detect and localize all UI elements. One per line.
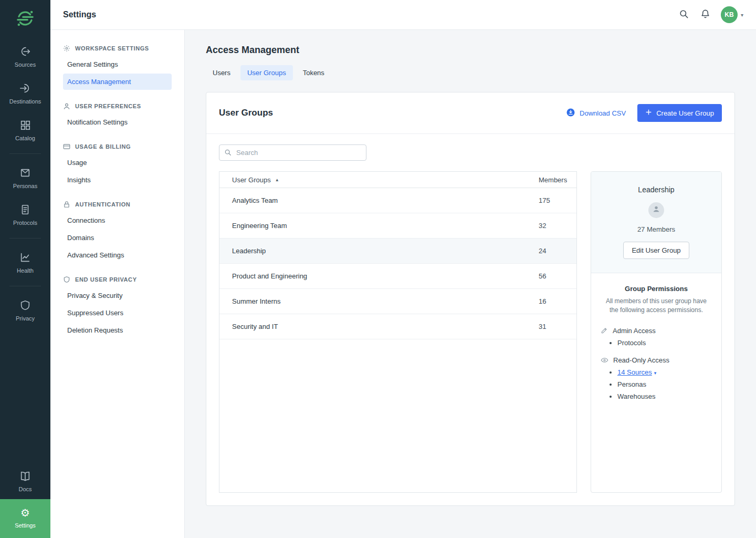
users-icon xyxy=(652,205,660,215)
group-permissions-section: Group Permissions All members of this us… xyxy=(591,273,721,421)
privacy-shield-icon xyxy=(19,299,31,311)
admin-access-list: Protocols xyxy=(601,339,712,347)
sidebar-item-docs[interactable]: Docs xyxy=(0,462,50,499)
sidebar-item-protocols[interactable]: Protocols xyxy=(0,196,50,233)
settings-nav: WORKSPACE SETTINGS General Settings Acce… xyxy=(50,30,185,538)
column-header-user-groups[interactable]: User Groups ▲ xyxy=(219,176,539,184)
permission-item: Protocols xyxy=(617,339,712,347)
search-input[interactable] xyxy=(219,144,366,161)
table-row[interactable]: Analytics Team 175 xyxy=(219,188,576,213)
table-row[interactable]: Product and Engineering 56 xyxy=(219,264,576,289)
group-name-cell: Analytics Team xyxy=(219,196,539,204)
members-count-cell: 56 xyxy=(539,272,576,280)
user-groups-card: User Groups Download CSV xyxy=(206,92,735,506)
notifications-button[interactable] xyxy=(699,8,711,22)
segment-logo-icon xyxy=(16,9,34,27)
tab-user-groups[interactable]: User Groups xyxy=(240,65,293,80)
health-chart-icon xyxy=(19,252,31,263)
readonly-access-label: Read-Only Access xyxy=(613,356,669,364)
avatar: KB xyxy=(721,6,738,23)
search-icon xyxy=(224,149,232,156)
sources-icon xyxy=(19,46,31,57)
eye-icon xyxy=(601,356,608,364)
tab-tokens[interactable]: Tokens xyxy=(296,65,331,80)
group-detail-summary: Leadership 27 Members Edit User xyxy=(591,172,721,273)
bell-icon xyxy=(700,9,710,20)
readonly-access-header: Read-Only Access xyxy=(601,356,712,364)
nav-item-general-settings[interactable]: General Settings xyxy=(63,56,172,73)
content-columns: User Groups ▲ Members Analytics Team 175 xyxy=(219,171,722,493)
table-row[interactable]: Summer Interns 16 xyxy=(219,289,576,314)
permissions-title: Group Permissions xyxy=(601,285,712,293)
sidebar-item-privacy[interactable]: Privacy xyxy=(0,292,50,328)
nav-item-domains[interactable]: Domains xyxy=(63,230,172,246)
sidebar-item-label: Destinations xyxy=(9,98,41,105)
create-user-group-button[interactable]: Create User Group xyxy=(637,104,722,122)
chevron-down-icon[interactable]: ▾ xyxy=(654,370,657,376)
nav-heading: AUTHENTICATION xyxy=(50,196,184,211)
sidebar-item-sources[interactable]: Sources xyxy=(0,38,50,75)
nav-heading: USAGE & BILLING xyxy=(50,139,184,153)
content-area: Settings KB ▾ xyxy=(50,0,756,538)
personas-icon xyxy=(19,167,31,179)
nav-heading-label: END USER PRIVACY xyxy=(75,276,137,283)
topbar-actions: KB ▾ xyxy=(678,6,743,23)
tab-users[interactable]: Users xyxy=(206,65,237,80)
table-header-row: User Groups ▲ Members xyxy=(219,172,576,188)
edit-user-group-button[interactable]: Edit User Group xyxy=(623,242,689,259)
nav-item-access-management[interactable]: Access Management xyxy=(63,74,172,90)
table-row-selected[interactable]: Leadership 24 xyxy=(219,239,576,264)
sidebar-item-personas[interactable]: Personas xyxy=(0,159,50,196)
user-groups-table: User Groups ▲ Members Analytics Team 175 xyxy=(219,171,577,493)
sidebar-item-label: Personas xyxy=(13,183,37,189)
group-name-cell: Product and Engineering xyxy=(219,272,539,280)
nav-item-privacy-security[interactable]: Privacy & Security xyxy=(63,287,172,304)
nav-item-suppressed-users[interactable]: Suppressed Users xyxy=(63,305,172,321)
nav-item-usage[interactable]: Usage xyxy=(63,154,172,171)
admin-access-label: Admin Access xyxy=(613,327,656,335)
user-icon xyxy=(63,102,70,110)
sidebar-item-health[interactable]: Health xyxy=(0,244,50,281)
column-header-label: User Groups xyxy=(232,176,271,184)
shield-icon xyxy=(63,276,70,283)
members-count-cell: 24 xyxy=(539,247,576,255)
segment-logo[interactable] xyxy=(0,0,50,38)
nav-section-workspace-settings: WORKSPACE SETTINGS General Settings Acce… xyxy=(50,40,184,90)
topbar-title: Settings xyxy=(63,10,96,19)
card-body: User Groups ▲ Members Analytics Team 175 xyxy=(206,134,734,505)
sources-count-link[interactable]: 14 Sources xyxy=(617,368,652,376)
sidebar-item-destinations[interactable]: Destinations xyxy=(0,75,50,111)
sidebar-divider xyxy=(9,286,41,286)
group-name: Leadership xyxy=(600,185,713,194)
nav-item-insights[interactable]: Insights xyxy=(63,172,172,188)
search-button[interactable] xyxy=(678,8,690,22)
nav-heading-label: USAGE & BILLING xyxy=(75,143,131,150)
group-name-cell: Security and IT xyxy=(219,323,539,330)
credit-card-icon xyxy=(63,143,70,150)
gear-icon xyxy=(63,45,70,52)
account-menu[interactable]: KB ▾ xyxy=(721,6,743,23)
sidebar-item-label: Sources xyxy=(15,61,36,68)
table-row[interactable]: Security and IT 31 xyxy=(219,314,576,339)
nav-item-connections[interactable]: Connections xyxy=(63,212,172,229)
readonly-access-group: Read-Only Access 14 Sources▾ Personas Wa… xyxy=(601,356,712,400)
members-count-cell: 16 xyxy=(539,297,576,305)
lock-icon xyxy=(63,201,70,208)
group-avatar xyxy=(648,202,664,218)
table-row[interactable]: Engineering Team 32 xyxy=(219,213,576,239)
nav-item-advanced-settings[interactable]: Advanced Settings xyxy=(63,247,172,263)
nav-section-end-user-privacy: END USER PRIVACY Privacy & Security Supp… xyxy=(50,272,184,338)
download-csv-button[interactable]: Download CSV xyxy=(566,108,626,119)
card-header-actions: Download CSV Create User Group xyxy=(566,104,722,122)
nav-heading: USER PREFERENCES xyxy=(50,98,184,113)
column-header-members[interactable]: Members xyxy=(539,176,576,184)
sidebar-item-label: Docs xyxy=(18,486,32,492)
permission-item: Personas xyxy=(617,380,712,388)
nav-section-authentication: AUTHENTICATION Connections Domains Advan… xyxy=(50,196,184,263)
nav-item-deletion-requests[interactable]: Deletion Requests xyxy=(63,322,172,338)
sidebar-item-settings[interactable]: ⚙ Settings xyxy=(0,499,50,538)
sidebar-item-catalog[interactable]: Catalog xyxy=(0,111,50,148)
create-user-group-label: Create User Group xyxy=(656,109,714,117)
destinations-icon xyxy=(19,82,31,94)
nav-item-notification-settings[interactable]: Notification Settings xyxy=(63,114,172,130)
